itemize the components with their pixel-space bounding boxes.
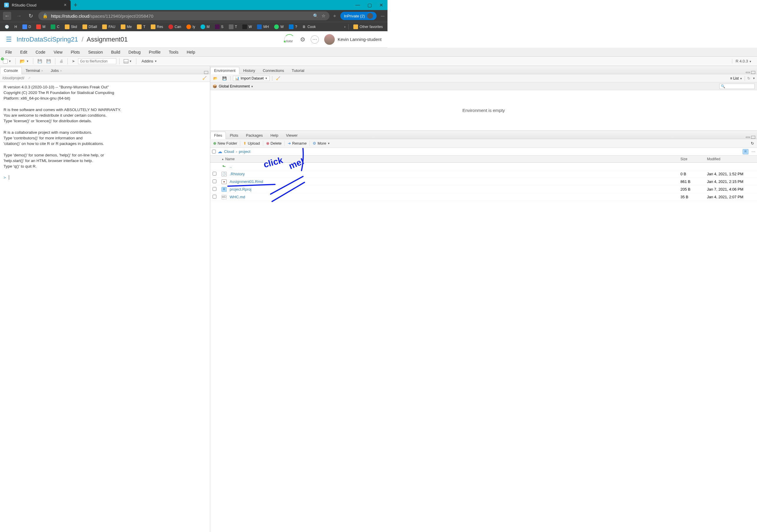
gear-icon[interactable]: ⚙ [300,36,305,43]
env-scope-dropdown[interactable]: Global Environment ▼ [219,84,254,88]
more-menu-icon[interactable]: ⋯ [311,35,319,44]
bookmark-item[interactable]: D [21,24,33,30]
console-output[interactable]: R version 4.0.3 (2020-10-10) -- "Bunny-W… [0,82,210,272]
open-project-button[interactable]: 📂▼ [18,58,30,65]
other-favorites-button[interactable]: Other favorites [351,24,384,30]
tab-tutorial[interactable]: Tutorial [288,67,308,74]
bookmark-item[interactable]: DSall [81,24,99,30]
new-file-button[interactable]: + ▼ [2,58,13,64]
bookmark-item[interactable]: 🗎Cook [301,24,318,29]
tab-files[interactable]: Files [210,132,226,139]
ram-gauge[interactable]: RAM [284,34,295,45]
menu-plots[interactable]: Plots [67,48,83,56]
menu-debug[interactable]: Debug [125,48,144,56]
addins-dropdown[interactable]: Addins ▼ [139,59,160,63]
goto-file-button[interactable]: ➤ [71,58,76,64]
menu-code[interactable]: Code [32,48,49,56]
workspace-panes-button[interactable]: ▼ [123,59,133,64]
file-checkbox[interactable] [213,195,216,199]
bookmark-item[interactable]: FAU [101,24,117,30]
bookmark-item[interactable]: M [34,24,47,30]
maximize-icon[interactable]: ▢ [368,2,372,8]
menu-profile[interactable]: Profile [145,48,164,56]
import-dataset-dropdown[interactable]: 📊Import Dataset ▼ [233,76,270,81]
menu-view[interactable]: View [50,48,66,56]
bookmark-item[interactable]: H [13,24,19,29]
menu-help[interactable]: Help [183,48,199,56]
tab-jobs[interactable]: Jobs× [47,67,66,74]
menu-file[interactable]: File [2,48,15,56]
bookmark-item[interactable]: Res [149,24,165,30]
save-all-button[interactable]: 💾 [45,58,52,64]
tab-packages[interactable]: Packages [242,132,266,139]
tab-help[interactable]: Help [266,132,282,139]
bookmark-item[interactable]: Can [167,24,183,30]
cloud-home-icon[interactable]: ☁ [218,149,222,154]
tab-plots[interactable]: Plots [226,132,242,139]
tab-history[interactable]: History [239,67,259,74]
browser-tab[interactable]: R RStudio Cloud × [0,0,71,10]
file-checkbox[interactable] [213,179,216,183]
nav-back-icon[interactable]: ← [3,12,11,20]
bookmark-item[interactable]: Me [119,24,134,30]
clear-env-icon[interactable]: 🧹 [275,76,282,81]
browser-menu-icon[interactable]: ⋯ [381,14,384,18]
select-all-checkbox[interactable] [212,150,216,153]
bookmark-item[interactable]: M [199,24,211,30]
inprivate-badge[interactable]: InPrivate (2) [340,12,377,20]
bookmark-item[interactable]: W [241,24,254,30]
file-link[interactable]: WHC.md [230,195,245,199]
upload-button[interactable]: ⬆Upload [241,141,261,146]
menu-build[interactable]: Build [107,48,124,56]
menu-session[interactable]: Session [84,48,106,56]
tab-viewer[interactable]: Viewer [282,132,301,139]
bookmark-item[interactable]: ? [287,24,299,30]
tab-terminal[interactable]: Terminal× [22,67,47,74]
bookmark-item[interactable]: T [227,24,239,30]
close-icon[interactable]: × [60,69,62,73]
rename-button[interactable]: ➜Rename [286,141,308,146]
user-menu[interactable]: Kevin Lanning-student [324,34,381,45]
history-icon[interactable]: 🕒 [3,24,11,29]
bookmark-item[interactable]: S [213,24,225,30]
bookmark-overflow-icon[interactable]: › [344,25,346,29]
file-link[interactable]: project.Rproj [230,187,252,192]
url-input[interactable]: 🔒 https://rstudio.cloud/spaces/112940/pr… [38,12,329,20]
bookmark-item[interactable]: W [272,24,285,30]
refresh-icon[interactable]: ↻ [26,12,35,20]
tab-connections[interactable]: Connections [259,67,288,74]
bookmark-item[interactable]: Skd [63,24,79,30]
tab-console[interactable]: Console [0,67,22,74]
bookmark-item[interactable]: T [135,24,147,30]
favorite-star-icon[interactable]: ☆ [321,13,325,18]
file-link[interactable]: Assignment01.Rmd [230,179,263,184]
delete-button[interactable]: ⊗Delete [264,141,284,146]
breadcrumb-cloud[interactable]: Cloud [224,149,234,154]
console-popout-icon[interactable]: ⇗ [27,76,32,80]
hamburger-menu-icon[interactable]: ☰ [6,36,12,43]
save-button[interactable]: 💾 [36,58,43,64]
tab-environment[interactable]: Environment [210,67,239,74]
zoom-icon[interactable]: 🔍 [313,13,318,18]
pane-maximize-icon[interactable] [204,71,208,74]
close-window-icon[interactable]: ✕ [379,2,383,8]
goto-file-input[interactable] [78,58,116,64]
column-header-name[interactable]: ▲Name [219,157,387,161]
save-workspace-icon[interactable]: 💾 [221,76,228,81]
minimize-icon[interactable]: — [355,2,360,8]
bookmark-item[interactable]: C [49,24,61,30]
more-dropdown[interactable]: ⚙More ▼ [311,141,332,146]
file-checkbox[interactable] [213,172,216,175]
collections-icon[interactable]: ✧ [333,14,336,18]
breadcrumb-project[interactable]: project [239,149,250,154]
new-tab-button[interactable]: + [74,1,77,9]
new-folder-button[interactable]: ⊕New Folder [211,141,239,146]
workspace-link[interactable]: IntroDataSciSpring21 [16,36,78,43]
file-link[interactable]: .Rhistory [230,172,245,176]
print-button[interactable]: 🖨 [58,58,65,64]
close-tab-icon[interactable]: × [64,2,67,8]
load-workspace-icon[interactable]: 📂 [212,76,219,81]
menu-edit[interactable]: Edit [17,48,31,56]
bookmark-item[interactable]: MH [255,24,271,30]
clear-console-icon[interactable]: 🧹 [201,76,208,80]
